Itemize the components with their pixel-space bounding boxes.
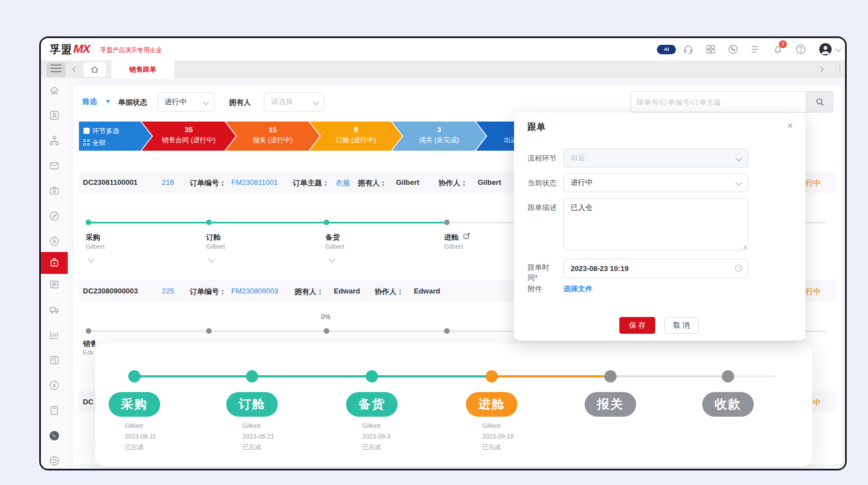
owner-filter-select[interactable]: 请选择 [264, 92, 324, 111]
save-button[interactable]: 保 存 [619, 317, 655, 334]
tracker-dot[interactable] [604, 370, 617, 383]
flow-step-value: 出运 [571, 153, 585, 162]
order-owner: Edward [334, 287, 360, 295]
tracker-stage-pill[interactable]: 收款 [702, 392, 754, 417]
sidebar-contacts-icon[interactable] [49, 110, 60, 121]
step-booking[interactable]: 9 订舱 (进行中) [310, 122, 402, 151]
tasks-list-icon[interactable] [749, 44, 760, 55]
description-textarea[interactable]: 已入仓 [563, 198, 748, 250]
sidebar-calculator-icon[interactable] [49, 405, 60, 416]
sidebar-item-sales-order-active[interactable] [41, 252, 68, 274]
desktop-background: 孚盟 MX 孚盟产品演示专用企业 AI 7 销售跟单 ⋮ [0, 0, 868, 485]
home-tab[interactable] [83, 62, 106, 77]
clock-icon [735, 264, 743, 272]
step-all-segment[interactable]: 环节多选 全部 [79, 122, 152, 151]
current-status-value: 进行中 [571, 178, 592, 186]
cancel-button[interactable]: 取 消 [664, 317, 699, 334]
preset-caret-icon [106, 100, 110, 105]
timeline-dot[interactable] [444, 220, 450, 225]
headset-icon[interactable] [683, 44, 694, 55]
textarea-resize-handle[interactable] [743, 245, 746, 249]
tab-bar: 销售跟单 ⋮ [41, 60, 845, 78]
sidebar-whatsapp-icon[interactable] [49, 430, 60, 441]
step-clearance[interactable]: 3 清关 (未完成) [392, 122, 486, 151]
timeline-dot[interactable] [324, 328, 329, 334]
collapse-menu-icon[interactable] [46, 62, 66, 77]
status-filter-label: 单据状态 [118, 97, 147, 108]
modal-close-icon[interactable]: × [787, 120, 793, 132]
order-days-count[interactable]: 216 [162, 178, 174, 186]
org-name: 孚盟产品演示专用企业 [100, 46, 162, 54]
tracker-date: 2023-08-21 [242, 431, 274, 442]
step-count: 9 [310, 125, 402, 134]
order-days-count[interactable]: 225 [162, 287, 174, 295]
status-filter-select[interactable]: 进行中 [157, 92, 214, 111]
avatar-chevron-down-icon[interactable] [835, 45, 841, 52]
sidebar-settings-gear-icon[interactable] [49, 455, 60, 467]
timeline-dot[interactable] [206, 328, 212, 334]
back-chevron-icon[interactable] [72, 66, 78, 72]
user-avatar[interactable] [819, 43, 832, 55]
timeline-dot[interactable] [324, 220, 329, 225]
follow-time-input[interactable] [563, 259, 748, 278]
tracker-stage-pill[interactable]: 进舱 [466, 392, 517, 417]
tracker-stage-pill[interactable]: 备货 [346, 392, 398, 417]
order-topic-link[interactable]: 衣服 [335, 178, 350, 188]
multi-select-checkbox[interactable] [83, 128, 90, 134]
all-grid-icon [83, 139, 90, 146]
current-status-select[interactable]: 进行中 [563, 173, 748, 192]
tracker-dot[interactable] [722, 370, 734, 383]
sidebar-ledger-icon[interactable] [49, 355, 60, 366]
tracker-dot[interactable] [486, 370, 498, 383]
help-icon[interactable] [795, 44, 806, 55]
owner-filter-placeholder: 请选择 [271, 97, 293, 106]
tracker-dot[interactable] [246, 370, 258, 383]
ai-assistant-badge[interactable]: AI [657, 45, 676, 54]
home-icon [90, 65, 99, 74]
more-options-icon[interactable]: ⋮ [836, 64, 843, 72]
sidebar-report-chart-icon[interactable] [49, 329, 60, 341]
phone-icon[interactable] [727, 44, 739, 55]
timeline-dot[interactable] [206, 220, 212, 225]
timeline-dot[interactable] [86, 328, 91, 334]
tracker-stage-pill[interactable]: 订舱 [226, 392, 278, 417]
sidebar-org-structure-icon[interactable] [49, 135, 60, 146]
sidebar-logistics-truck-icon[interactable] [49, 304, 60, 315]
step-customs[interactable]: 15 报关 (进行中) [226, 122, 320, 151]
order-no-link[interactable]: FM230811001 [231, 178, 278, 186]
tracker-dot[interactable] [128, 370, 141, 383]
order-topic-label: 订单主题： [293, 178, 329, 188]
tracker-line-todo [728, 375, 776, 377]
timeline-dot[interactable] [444, 328, 450, 334]
sidebar-invoice-icon[interactable] [49, 279, 60, 290]
tracker-line-done [134, 375, 252, 377]
timeline-dot[interactable] [86, 220, 91, 225]
apps-grid-icon[interactable] [705, 44, 716, 55]
preset-filter-dropdown[interactable]: 筛选 [82, 97, 97, 107]
sidebar-approval-icon[interactable] [49, 236, 60, 247]
tab-sales-tracking[interactable]: 销售跟单 [111, 60, 174, 78]
sidebar-mail-icon[interactable] [49, 160, 60, 171]
expand-stage-chevron-icon[interactable] [208, 256, 214, 262]
order-owner-label: 拥有人： [295, 287, 324, 297]
tracker-stage-pill[interactable]: 采购 [109, 392, 160, 417]
search-button[interactable] [806, 91, 833, 113]
order-no-link[interactable]: FM230809003 [231, 287, 278, 295]
tracker-stage-pill[interactable]: 报关 [585, 392, 636, 417]
step-sales-contract[interactable]: 35 销售合同 (进行中) [142, 122, 236, 151]
sidebar-compass-icon[interactable] [49, 211, 60, 222]
expand-stage-chevron-icon[interactable] [88, 256, 94, 262]
stage-person: Gilbert [325, 243, 344, 250]
sidebar-finance-coin-icon[interactable] [49, 380, 60, 391]
expand-stage-chevron-icon[interactable] [329, 256, 335, 262]
search-input[interactable] [631, 91, 806, 113]
tracker-dot[interactable] [366, 370, 378, 383]
choose-file-link[interactable]: 选择文件 [563, 284, 592, 294]
forward-chevron-icon[interactable] [817, 66, 823, 72]
edit-stage-icon[interactable] [463, 232, 470, 240]
sidebar-home-icon[interactable] [49, 85, 60, 96]
order-id-fragment: DC [83, 398, 94, 406]
follow-up-modal: 跟单 × 流程环节 出运 当前状态 进行中 跟单描述 已入仓 跟单时 间* 附件… [514, 113, 805, 341]
sidebar-workbench-icon[interactable] [49, 185, 60, 197]
all-label: 全部 [92, 139, 106, 147]
